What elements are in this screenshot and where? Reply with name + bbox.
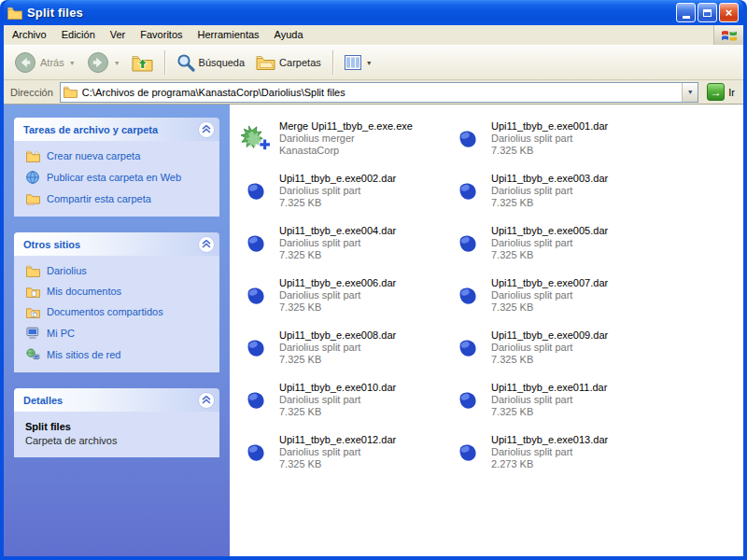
close-icon: ×	[726, 7, 733, 19]
file-icon	[451, 338, 485, 358]
up-button[interactable]	[127, 50, 158, 75]
file-tile[interactable]: Upi11_tbyb_e.exe007.dar Dariolius split …	[451, 275, 663, 315]
go-button[interactable]: → Ir	[703, 83, 739, 101]
folders-label: Carpetas	[279, 57, 321, 68]
panel-details-body: Split files Carpeta de archivos	[14, 412, 219, 457]
file-description: Dariolius split part	[279, 446, 396, 458]
menu-ayuda[interactable]: Ayuda	[267, 25, 311, 45]
file-tile[interactable]: Upi11_tbyb_e.exe012.dar Dariolius split …	[239, 432, 451, 472]
place-label: Mi PC	[47, 328, 75, 340]
views-dropdown-icon: ▼	[366, 60, 373, 66]
panel-file-tasks-header[interactable]: Tareas de archivo y carpeta	[14, 118, 219, 141]
dar-file-icon	[458, 390, 478, 411]
address-label: Dirección	[8, 87, 55, 98]
place-my-computer[interactable]: Mi PC	[25, 327, 211, 340]
file-tile[interactable]: Upi11_tbyb_e.exe010.dar Dariolius split …	[239, 380, 451, 420]
place-network[interactable]: Mis sitios de red	[25, 348, 211, 361]
file-description: Dariolius split part	[491, 185, 608, 197]
back-icon	[14, 51, 36, 74]
toolbar: Atrás ▼ ▼ Búsqueda Carpetas ▼	[4, 46, 743, 80]
place-shared-documents[interactable]: Documentos compartidos	[25, 306, 211, 318]
file-icon	[451, 233, 485, 254]
share-folder-icon	[25, 192, 40, 205]
file-tile[interactable]: Upi11_tbyb_e.exe002.dar Dariolius split …	[239, 171, 451, 211]
details-folder-type: Carpeta de archivos	[25, 435, 210, 446]
place-my-documents[interactable]: Mis documentos	[25, 286, 211, 298]
views-button[interactable]: ▼	[340, 52, 377, 73]
address-dropdown-button[interactable]: ▼	[682, 83, 698, 102]
file-tile[interactable]: Upi11_tbyb_e.exe005.dar Dariolius split …	[451, 223, 663, 263]
forward-icon	[87, 51, 109, 74]
place-label: Mis documentos	[47, 286, 121, 298]
file-size: 7.325 KB	[279, 197, 396, 209]
file-tile[interactable]: Upi11_tbyb_e.exe011.dar Dariolius split …	[451, 380, 663, 420]
back-dropdown-icon: ▼	[69, 60, 76, 66]
file-tile[interactable]: Upi11_tbyb_e.exe009.dar Dariolius split …	[451, 328, 663, 368]
task-new-folder[interactable]: Crear nueva carpeta	[25, 150, 211, 162]
file-name: Upi11_tbyb_e.exe004.dar	[279, 225, 396, 237]
file-description: Dariolius split part	[491, 237, 608, 249]
dar-file-icon	[246, 442, 266, 463]
file-tile[interactable]: Upi11_tbyb_e.exe006.dar Dariolius split …	[239, 275, 451, 315]
file-list-area[interactable]: Merge Upi11_tbyb_e.exe.exe Dariolius mer…	[230, 105, 743, 556]
file-icon	[239, 338, 273, 358]
file-size: 7.325 KB	[279, 406, 396, 418]
window-title: Split files	[27, 6, 671, 20]
my-documents-icon	[25, 286, 40, 298]
menu-herramientas[interactable]: Herramientas	[190, 25, 267, 45]
maximize-button[interactable]	[698, 3, 717, 22]
file-size: 7.325 KB	[491, 301, 608, 314]
task-share-folder[interactable]: Compartir esta carpeta	[25, 192, 211, 205]
file-tile[interactable]: Merge Upi11_tbyb_e.exe.exe Dariolius mer…	[239, 119, 451, 159]
folders-icon	[256, 54, 275, 71]
file-icon	[239, 442, 273, 463]
dar-file-icon	[246, 390, 266, 411]
file-tile[interactable]: Upi11_tbyb_e.exe008.dar Dariolius split …	[239, 328, 451, 368]
folder-icon	[25, 265, 40, 277]
file-tile[interactable]: Upi11_tbyb_e.exe013.dar Dariolius split …	[451, 432, 663, 472]
file-tile[interactable]: Upi11_tbyb_e.exe004.dar Dariolius split …	[239, 223, 451, 263]
dar-file-icon	[458, 286, 478, 306]
minimize-button[interactable]	[676, 3, 696, 22]
file-size: 2.273 KB	[491, 458, 608, 470]
menu-archivo[interactable]: Archivo	[5, 25, 54, 45]
panel-details: Detalles Split files Carpeta de archivos	[14, 388, 219, 457]
panel-other-places: Otros sitios Dariolius Mis documentos	[14, 232, 219, 372]
forward-button[interactable]: ▼	[82, 49, 125, 77]
file-icon	[239, 124, 273, 154]
toolbar-separator	[332, 50, 333, 75]
file-name: Upi11_tbyb_e.exe003.dar	[491, 173, 608, 185]
dar-file-icon	[246, 233, 266, 254]
collapse-chevron-icon[interactable]	[198, 236, 215, 253]
file-tile[interactable]: Upi11_tbyb_e.exe003.dar Dariolius split …	[451, 171, 663, 211]
forward-dropdown-icon: ▼	[114, 60, 120, 66]
dar-file-icon	[458, 233, 478, 254]
shared-documents-icon	[25, 306, 40, 318]
file-icon	[451, 129, 485, 149]
panel-other-places-header[interactable]: Otros sitios	[14, 232, 219, 256]
search-button[interactable]: Búsqueda	[172, 50, 250, 75]
title-bar[interactable]: Split files ×	[4, 0, 743, 25]
back-button[interactable]: Atrás ▼	[9, 49, 80, 77]
folder-window-icon	[7, 7, 22, 20]
menu-edicion[interactable]: Edición	[54, 25, 103, 45]
task-publish-web[interactable]: Publicar esta carpeta en Web	[25, 171, 211, 184]
address-path: C:\Archivos de programa\KanastaCorp\Dari…	[82, 87, 682, 98]
collapse-chevron-icon[interactable]	[198, 392, 215, 409]
dar-file-icon	[458, 181, 478, 202]
close-button[interactable]: ×	[719, 3, 739, 22]
dar-file-icon	[246, 286, 266, 306]
go-arrow-icon: →	[707, 83, 725, 101]
file-size: 7.325 KB	[491, 197, 608, 209]
file-name: Upi11_tbyb_e.exe011.dar	[491, 382, 607, 394]
menu-ver[interactable]: Ver	[103, 25, 134, 45]
menu-favoritos[interactable]: Favoritos	[133, 25, 190, 45]
place-dariolius[interactable]: Dariolius	[25, 265, 211, 277]
file-description: Dariolius split part	[279, 185, 396, 197]
folders-button[interactable]: Carpetas	[251, 51, 326, 74]
address-input[interactable]: C:\Archivos de programa\KanastaCorp\Dari…	[60, 82, 698, 103]
panel-details-header[interactable]: Detalles	[14, 388, 219, 412]
globe-icon	[25, 171, 40, 184]
file-tile[interactable]: Upi11_tbyb_e.exe001.dar Dariolius split …	[451, 119, 663, 159]
collapse-chevron-icon[interactable]	[198, 121, 215, 138]
